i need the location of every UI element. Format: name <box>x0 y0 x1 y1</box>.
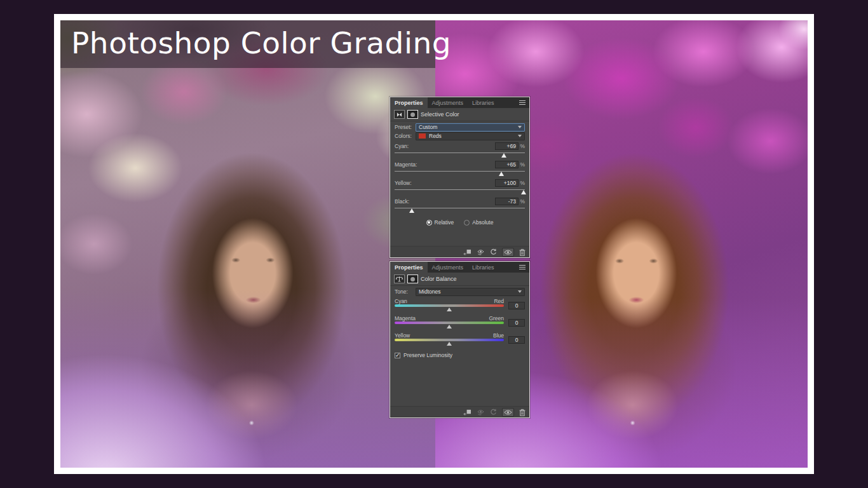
slider-thumb[interactable] <box>499 172 504 176</box>
panel-footer <box>390 406 529 417</box>
method-options: Relative Absolute <box>395 219 525 226</box>
chevron-down-icon <box>518 135 522 137</box>
properties-panel-selective-color: Properties Adjustments Libraries Selecti… <box>390 97 530 258</box>
yellow-unit: % <box>519 180 525 186</box>
yellow-slider-group: Yellow: +100 % <box>395 179 525 195</box>
magenta-unit: % <box>519 161 525 168</box>
visibility-eye-icon[interactable] <box>502 408 514 417</box>
panel-tab-bar: Properties Adjustments Libraries <box>390 262 529 273</box>
chevron-down-icon <box>518 290 522 293</box>
before-image <box>60 20 435 468</box>
tab-properties[interactable]: Properties <box>390 97 428 108</box>
colors-dropdown[interactable]: Reds <box>416 132 525 140</box>
tone-dropdown[interactable]: Midtones <box>416 288 525 296</box>
page-title: Photoshop Color Grading <box>71 25 451 60</box>
preset-dropdown[interactable]: Custom <box>416 123 525 132</box>
preserve-luminosity-option[interactable]: Preserve Luminosity <box>395 352 525 358</box>
delete-trash-icon[interactable] <box>519 248 526 256</box>
black-value-input[interactable]: -73 <box>495 198 519 205</box>
blue-label: Blue <box>493 332 504 338</box>
yellow-value-input[interactable]: +100 <box>495 179 519 187</box>
tab-adjustments[interactable]: Adjustments <box>428 262 468 273</box>
selective-color-adjustment-icon <box>394 110 405 119</box>
tab-libraries[interactable]: Libraries <box>468 262 499 273</box>
red-color-swatch <box>419 133 426 139</box>
reset-icon[interactable] <box>490 248 497 255</box>
layer-mask-icon[interactable] <box>407 110 418 119</box>
layer-mask-icon[interactable] <box>407 274 418 283</box>
black-slider-group: Black: -73 % <box>395 198 525 214</box>
preserve-luminosity-checkbox[interactable] <box>395 353 400 358</box>
color-balance-adjustment-icon <box>394 274 405 283</box>
preset-label: Preset: <box>395 124 416 130</box>
black-slider[interactable] <box>395 207 525 214</box>
cyan-label: Cyan: <box>395 143 495 149</box>
slider-thumb[interactable] <box>521 190 526 194</box>
panel-menu-icon[interactable] <box>519 97 529 108</box>
tone-value: Midtones <box>419 288 441 295</box>
cyan-unit: % <box>519 143 525 149</box>
yellow-label: Yellow <box>395 332 410 338</box>
magenta-label: Magenta <box>395 315 416 321</box>
magenta-green-slider-group: Magenta Green 0 <box>395 315 525 330</box>
adjustment-header: Color Balance <box>390 273 529 286</box>
magenta-slider-group: Magenta: +65 % <box>395 161 525 177</box>
magenta-label: Magenta: <box>395 161 495 168</box>
tutorial-canvas: Photoshop Color Grading Properties Adjus… <box>0 0 868 488</box>
green-label: Green <box>489 315 504 321</box>
magenta-value-input[interactable]: +65 <box>495 161 519 168</box>
clip-to-layer-icon[interactable] <box>463 409 471 416</box>
tab-libraries[interactable]: Libraries <box>468 97 499 108</box>
cyan-red-value-input[interactable]: 0 <box>508 302 525 309</box>
tone-label: Tone: <box>395 288 416 295</box>
view-previous-state-icon[interactable] <box>477 248 485 255</box>
tab-properties[interactable]: Properties <box>390 262 428 273</box>
cyan-value-input[interactable]: +69 <box>495 142 519 150</box>
adjustment-header: Selective Color <box>390 108 529 121</box>
red-label: Red <box>494 298 504 304</box>
cyan-slider[interactable] <box>395 152 525 158</box>
yellow-blue-slider-group: Yellow Blue 0 <box>395 332 525 347</box>
relative-radio-option[interactable]: Relative <box>426 219 454 226</box>
panel-footer <box>390 246 529 257</box>
cyan-label: Cyan <box>395 298 407 304</box>
yellow-label: Yellow: <box>395 180 495 186</box>
tab-adjustments[interactable]: Adjustments <box>428 97 468 108</box>
slider-thumb[interactable] <box>447 325 452 329</box>
yellow-blue-slider[interactable] <box>395 339 504 341</box>
yellow-blue-value-input[interactable]: 0 <box>508 336 525 344</box>
colors-label: Colors: <box>395 133 416 139</box>
cyan-slider-group: Cyan: +69 % <box>395 142 525 158</box>
magenta-green-slider[interactable] <box>395 322 504 324</box>
clip-to-layer-icon[interactable] <box>463 248 471 255</box>
magenta-green-value-input[interactable]: 0 <box>508 319 525 327</box>
adjustment-title: Color Balance <box>421 276 457 282</box>
reset-icon[interactable] <box>490 409 497 416</box>
properties-panel-color-balance: Properties Adjustments Libraries Color B… <box>390 261 530 418</box>
relative-radio[interactable] <box>426 220 432 226</box>
view-previous-state-icon[interactable] <box>477 409 485 416</box>
panel-tab-bar: Properties Adjustments Libraries <box>390 97 529 108</box>
absolute-radio-option[interactable]: Absolute <box>464 219 493 226</box>
black-label: Black: <box>395 198 495 205</box>
black-unit: % <box>519 198 525 205</box>
absolute-radio[interactable] <box>464 220 470 226</box>
slider-thumb[interactable] <box>501 153 506 158</box>
cyan-red-slider[interactable] <box>395 304 504 307</box>
visibility-eye-icon[interactable] <box>502 248 514 257</box>
slider-thumb[interactable] <box>409 208 414 213</box>
chevron-down-icon <box>518 126 522 128</box>
yellow-slider[interactable] <box>395 189 525 195</box>
colors-value: Reds <box>429 133 442 139</box>
preset-value: Custom <box>419 124 437 130</box>
slider-thumb[interactable] <box>447 342 452 346</box>
delete-trash-icon[interactable] <box>519 409 526 416</box>
slider-thumb[interactable] <box>447 308 452 311</box>
adjustment-title: Selective Color <box>421 111 459 118</box>
cyan-red-slider-group: Cyan Red 0 <box>395 298 525 313</box>
magenta-slider[interactable] <box>395 170 525 177</box>
panel-menu-icon[interactable] <box>519 262 529 273</box>
